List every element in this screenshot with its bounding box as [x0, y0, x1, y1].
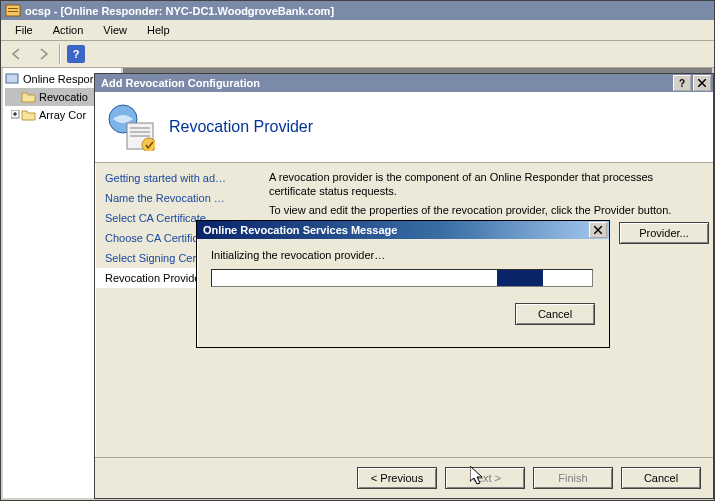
message-cancel-button[interactable]: Cancel [515, 303, 595, 325]
svg-rect-0 [6, 5, 20, 16]
wizard-heading: Revocation Provider [169, 118, 313, 136]
wizard-title-text: Add Revocation Configuration [101, 77, 260, 89]
folder-icon [21, 108, 37, 122]
wizard-finish-button[interactable]: Finish [533, 467, 613, 489]
mmc-titlebar[interactable]: ocsp - [Online Responder: NYC-DC1.Woodgr… [1, 1, 714, 20]
message-title-text: Online Revocation Services Message [203, 224, 397, 236]
svg-rect-1 [8, 8, 18, 9]
svg-point-14 [142, 138, 155, 151]
message-footer: Cancel [197, 297, 609, 331]
mmc-toolbar: ? [1, 41, 714, 68]
tree-root-icon [5, 72, 21, 86]
close-icon [594, 226, 602, 234]
mmc-app-icon [5, 3, 21, 19]
wizard-titlebar[interactable]: Add Revocation Configuration ? [95, 74, 713, 92]
wizard-content-text-2: To view and edit the properties of the r… [269, 203, 699, 217]
mmc-menubar: File Action View Help [1, 20, 714, 41]
wizard-next-button[interactable]: Next > [445, 467, 525, 489]
message-dialog: Online Revocation Services Message Initi… [196, 220, 610, 348]
wizard-nav-getting-started[interactable]: Getting started with ad… [95, 168, 255, 188]
wizard-close-button[interactable] [693, 75, 711, 91]
help-icon: ? [67, 45, 85, 63]
message-body: Initializing the revocation provider… [197, 239, 609, 297]
wizard-header: Revocation Provider [95, 92, 713, 163]
wizard-previous-button[interactable]: < Previous [357, 467, 437, 489]
toolbar-divider [59, 44, 60, 64]
svg-rect-3 [6, 74, 18, 83]
tree-node-revocation-label: Revocatio [39, 91, 88, 103]
menu-file[interactable]: File [5, 22, 43, 38]
menu-help[interactable]: Help [137, 22, 180, 38]
folder-icon [21, 90, 37, 104]
message-text: Initializing the revocation provider… [211, 249, 595, 261]
message-titlebar[interactable]: Online Revocation Services Message [197, 221, 609, 239]
progress-bar-fill [497, 270, 543, 286]
tree-node-array-label: Array Cor [39, 109, 86, 121]
wizard-cancel-button[interactable]: Cancel [621, 467, 701, 489]
menu-action[interactable]: Action [43, 22, 94, 38]
message-close-button[interactable] [589, 222, 607, 238]
svg-rect-11 [130, 127, 150, 129]
tree-root-label: Online Respor [23, 73, 93, 85]
wizard-header-icon [107, 103, 155, 151]
provider-button[interactable]: Provider... [619, 222, 709, 244]
mmc-title-text: ocsp - [Online Responder: NYC-DC1.Woodgr… [25, 5, 334, 17]
wizard-content-text-1: A revocation provider is the component o… [269, 170, 699, 199]
svg-rect-2 [8, 11, 18, 12]
close-icon [698, 79, 706, 87]
toolbar-help-button[interactable]: ? [64, 42, 88, 66]
svg-rect-12 [130, 131, 150, 133]
toolbar-forward-button[interactable] [31, 42, 55, 66]
tree-expand-icon[interactable] [9, 109, 21, 121]
wizard-help-button[interactable]: ? [673, 75, 691, 91]
wizard-footer: < Previous Next > Finish Cancel [95, 457, 713, 498]
wizard-nav-name-revocation[interactable]: Name the Revocation … [95, 188, 255, 208]
progress-bar [211, 269, 593, 287]
menu-view[interactable]: View [93, 22, 137, 38]
svg-rect-13 [130, 135, 150, 137]
toolbar-back-button[interactable] [5, 42, 29, 66]
